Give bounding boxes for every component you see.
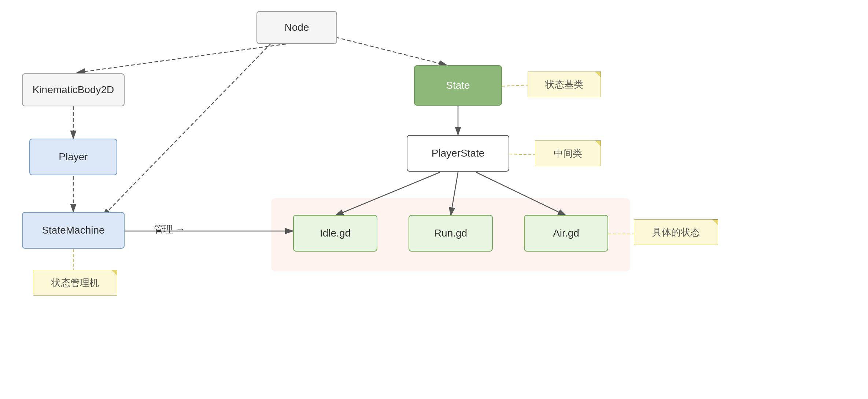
- idle-box: Idle.gd: [293, 215, 377, 252]
- concrete-note: 具体的状态: [634, 219, 718, 245]
- node-box: Node: [256, 11, 337, 44]
- run-box: Run.gd: [409, 215, 493, 252]
- playerstate-note: 中间类: [535, 140, 601, 166]
- state-note: 状态基类: [528, 72, 601, 97]
- playerstate-box: PlayerState: [407, 135, 509, 172]
- air-box: Air.gd: [524, 215, 608, 252]
- player-box: Player: [29, 139, 117, 175]
- state-box: State: [414, 65, 502, 106]
- svg-line-2: [77, 44, 286, 73]
- kinematic-box: KinematicBody2D: [22, 73, 125, 106]
- statemachine-note: 状态管理机: [33, 270, 117, 296]
- svg-line-13: [509, 154, 535, 155]
- manage-label: 管理 →: [154, 223, 185, 236]
- statemachine-box: StateMachine: [22, 212, 125, 249]
- diagram-container: Node KinematicBody2D Player StateMachine…: [0, 0, 868, 399]
- svg-line-5: [319, 33, 447, 65]
- svg-line-6: [103, 43, 271, 216]
- svg-line-12: [502, 85, 528, 86]
